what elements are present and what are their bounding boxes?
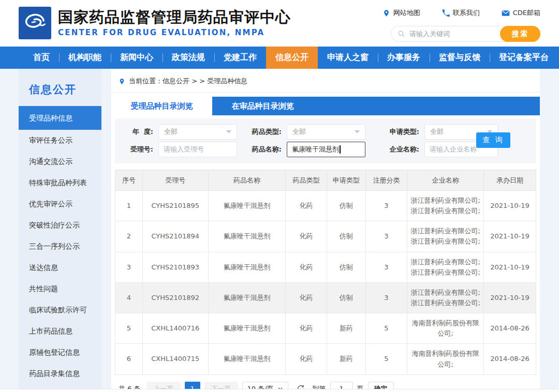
table-cell: 海南普利制药股份有限公司; bbox=[407, 313, 484, 344]
nav-item-4[interactable]: 政策法规 bbox=[163, 47, 214, 69]
nav-item-8[interactable]: 办事服务 bbox=[378, 47, 430, 69]
results-table: 序号受理号药品名称药品类型申请类型注册分类企业名称承办日期 1CYHS21018… bbox=[115, 170, 536, 375]
table-cell: 3 bbox=[365, 282, 407, 313]
cde-mail-link[interactable]: CDE邮箱 bbox=[502, 8, 540, 18]
table-row-2[interactable]: 2CYHS2101894氟康唑干混悬剂化药仿制3浙江普利药业有限公司;浙江普利药… bbox=[115, 221, 536, 252]
table-cell: CYHS2101893 bbox=[142, 252, 208, 282]
search-input[interactable] bbox=[409, 30, 500, 38]
table-cell: 2021-10-19 bbox=[484, 191, 536, 221]
sidebar-item-11[interactable]: 上市药品信息 bbox=[19, 321, 101, 342]
column-header: 承办日期 bbox=[484, 170, 536, 191]
table-cell: 3 bbox=[365, 221, 407, 252]
column-header: 企业名称 bbox=[407, 170, 484, 191]
column-header: 申请类型 bbox=[327, 170, 365, 191]
footer-strip bbox=[0, 389, 559, 392]
drug-name-input-value: 氟康唑干混悬剂 bbox=[292, 145, 339, 154]
table-cell: CYHS2101892 bbox=[142, 282, 208, 313]
nav-item-1[interactable]: 首页 bbox=[24, 47, 59, 69]
nav-item-10[interactable]: 登记备案平台 bbox=[490, 47, 558, 69]
acceptance-no-input[interactable]: 请输入受理号 bbox=[158, 142, 237, 157]
contact-us-link[interactable]: 联系我们 bbox=[442, 8, 480, 18]
drug-type-select[interactable]: 全部 bbox=[287, 124, 365, 140]
table-cell: 化药 bbox=[286, 252, 327, 282]
nav-item-7[interactable]: 申请人之窗 bbox=[318, 47, 378, 69]
table-cell: 5 bbox=[365, 313, 407, 344]
table-cell: 仿制 bbox=[327, 191, 365, 221]
year-select-value: 全部 bbox=[164, 127, 178, 137]
table-cell: 化药 bbox=[286, 344, 327, 374]
site-header: 国家药品监督管理局药品审评中心 CENTER FOR DRUG EVALUATI… bbox=[0, 0, 559, 47]
search-button[interactable]: 搜索 bbox=[500, 26, 540, 42]
table-cell: 2021-10-19 bbox=[484, 282, 536, 313]
sidebar-title: 信息公开 bbox=[19, 69, 101, 106]
table-cell: 3 bbox=[365, 252, 407, 282]
sidebar-item-6[interactable]: 突破性治疗公示 bbox=[19, 215, 101, 236]
sidebar-item-3[interactable]: 沟通交流公示 bbox=[19, 151, 101, 172]
site-title: 国家药品监督管理局药品审评中心 bbox=[58, 8, 291, 26]
table-cell: 5 bbox=[115, 313, 143, 344]
header-quick-links: 网站地图 联系我们 CDE邮箱 bbox=[383, 8, 540, 18]
table-cell: 氟康唑干混悬剂 bbox=[208, 313, 286, 344]
site-subtitle: CENTER FOR DRUG EVALUATION, NMPA bbox=[58, 28, 291, 37]
table-cell: 仿制 bbox=[327, 282, 365, 313]
sidebar-item-10[interactable]: 临床试验默示许可 bbox=[19, 299, 101, 321]
tab-bar: 受理品种目录浏览 在审品种目录浏览 bbox=[111, 97, 540, 115]
sidebar-item-2[interactable]: 审评任务公示 bbox=[19, 130, 101, 151]
nav-item-3[interactable]: 新闻中心 bbox=[111, 47, 163, 69]
chevron-down-icon bbox=[226, 130, 231, 133]
nav-item-2[interactable]: 机构职能 bbox=[59, 47, 111, 69]
table-row-1[interactable]: 1CYHS2101895氟康唑干混悬剂化药仿制3浙江普利药业有限公司;浙江普利药… bbox=[115, 191, 536, 221]
drug-type-select-value: 全部 bbox=[292, 127, 306, 137]
acceptance-no-filter: 受理号: 请输入受理号 bbox=[121, 142, 237, 157]
table-cell: 3 bbox=[115, 252, 143, 282]
apply-type-label: 申请类型: bbox=[382, 127, 419, 137]
query-button[interactable]: 查 询 bbox=[476, 132, 510, 148]
table-cell: 氟康唑干混悬剂 bbox=[208, 191, 286, 221]
sidebar-item-9[interactable]: 共性问题 bbox=[19, 278, 101, 299]
sidebar-item-13[interactable]: 药品目录集信息 bbox=[19, 363, 101, 384]
table-cell: 化药 bbox=[286, 221, 327, 252]
table-cell: 化药 bbox=[286, 282, 327, 313]
drug-type-filter: 药品类型: 全部 bbox=[237, 124, 365, 140]
column-header: 序号 bbox=[115, 170, 143, 191]
tab-under-review-catalog[interactable]: 在审品种目录浏览 bbox=[212, 97, 313, 115]
drug-type-label: 药品类型: bbox=[244, 127, 282, 137]
nav-item-5[interactable]: 党建工作 bbox=[214, 47, 266, 69]
table-cell: 2021-10-19 bbox=[484, 221, 536, 252]
sidebar-item-8[interactable]: 送达信息 bbox=[19, 257, 101, 278]
tab-accepted-catalog[interactable]: 受理品种目录浏览 bbox=[111, 97, 212, 115]
table-row-3[interactable]: 3CYHS2101893氟康唑干混悬剂化药仿制3浙江普利药业有限公司;浙江普利药… bbox=[115, 252, 536, 282]
column-header: 药品名称 bbox=[208, 170, 286, 191]
acceptance-no-label: 受理号: bbox=[121, 145, 153, 154]
filter-row-2: 受理号: 请输入受理号 药品名称: 氟康唑干混悬剂 企业名称: 请输入企业名称 bbox=[121, 141, 530, 158]
table-row-5[interactable]: 5CXHL1400716氟康唑干混悬剂化药新药5海南普利制药股份有限公司;201… bbox=[115, 313, 536, 344]
page: 国家药品监督管理局药品审评中心 CENTER FOR DRUG EVALUATI… bbox=[0, 0, 559, 392]
nav-item-9[interactable]: 监督与反馈 bbox=[430, 47, 490, 69]
table-cell: 4 bbox=[115, 282, 143, 313]
sitemap-link[interactable]: 网站地图 bbox=[383, 8, 420, 18]
table-cell: CYHS2101895 bbox=[142, 191, 208, 221]
filter-panel: 年 度: 全部 药品类型: 全部 申请类型: 全部 bbox=[115, 118, 536, 163]
sidebar: 信息公开 受理品种信息审评任务公示沟通交流公示特殊审批品种列表优先审评公示突破性… bbox=[19, 69, 101, 389]
sidebar-item-5[interactable]: 优先审评公示 bbox=[19, 193, 101, 215]
table-cell: CXHL1400715 bbox=[142, 344, 208, 374]
drug-name-input[interactable]: 氟康唑干混悬剂 bbox=[287, 142, 365, 157]
results-table-body: 1CYHS2101895氟康唑干混悬剂化药仿制3浙江普利药业有限公司;浙江普利药… bbox=[115, 191, 536, 375]
table-cell: 浙江普利药业有限公司;浙江普利药业有限公司; bbox=[407, 221, 484, 252]
table-cell: 新药 bbox=[327, 313, 365, 344]
location-pin-icon bbox=[119, 78, 125, 85]
nav-item-6[interactable]: 信息公开 bbox=[266, 47, 318, 69]
phone-icon bbox=[442, 9, 450, 17]
table-row-6[interactable]: 6CXHL1400715氟康唑干混悬剂化药新药5海南普利制药股份有限公司;201… bbox=[115, 344, 536, 374]
sidebar-item-7[interactable]: 三合一序列公示 bbox=[19, 236, 101, 257]
column-header: 注册分类 bbox=[365, 170, 407, 191]
sidebar-item-4[interactable]: 特殊审批品种列表 bbox=[19, 172, 101, 193]
table-row-4[interactable]: 4CYHS2101892氟康唑干混悬剂化药仿制3浙江普利药业有限公司;浙江普利药… bbox=[115, 282, 536, 313]
sidebar-item-1[interactable]: 受理品种信息 bbox=[19, 106, 101, 130]
year-label: 年 度: bbox=[121, 127, 153, 137]
breadcrumb-text: 当前位置：信息公开 > > 受理品种信息 bbox=[129, 77, 247, 86]
apply-type-select-value: 全部 bbox=[430, 127, 444, 137]
sidebar-item-12[interactable]: 原辅包登记信息 bbox=[19, 342, 101, 363]
year-select[interactable]: 全部 bbox=[158, 124, 237, 140]
table-cell: 仿制 bbox=[327, 221, 365, 252]
